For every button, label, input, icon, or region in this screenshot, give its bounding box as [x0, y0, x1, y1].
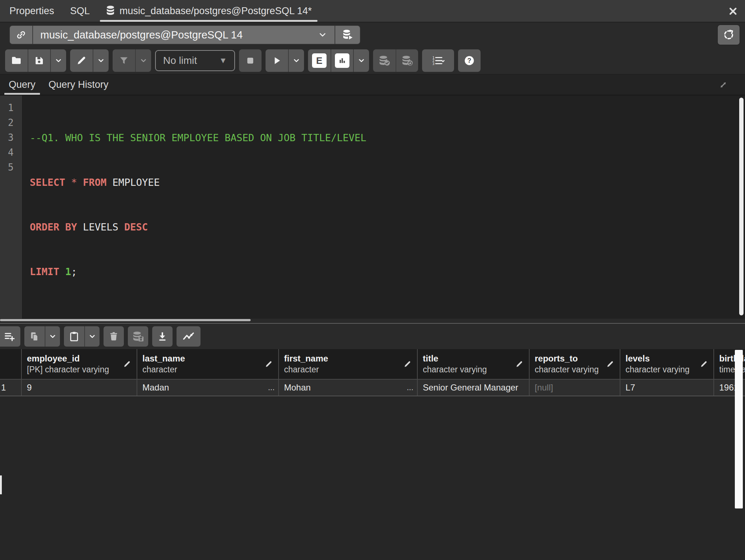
active-tab-indicator: [100, 20, 317, 22]
grid-scrollbar[interactable]: [735, 350, 743, 508]
expand-panel-icon[interactable]: [717, 78, 730, 91]
code-line: ORDER BY LEVELS DESC: [30, 220, 745, 234]
sql-comment: --Q1. WHO IS THE SENIOR EMPLOYEE BASED O…: [30, 132, 367, 143]
explain-letter-icon: E: [312, 53, 327, 68]
code-line: SELECT * FROM EMPLOYEE: [30, 175, 745, 190]
execute-menu-chevron-icon[interactable]: [288, 49, 304, 72]
rollback-button[interactable]: [396, 49, 418, 72]
stop-button[interactable]: [239, 49, 262, 72]
cell-levels[interactable]: L7: [620, 380, 714, 396]
explain-analyze-button[interactable]: [331, 49, 353, 72]
save-button[interactable]: [28, 49, 50, 72]
left-scrollbar-thumb[interactable]: [0, 475, 2, 494]
query-tool-window: Properties SQL music_database/postgres@P…: [0, 0, 745, 560]
add-row-button[interactable]: [0, 326, 20, 347]
tab-query[interactable]: Query: [4, 75, 40, 95]
cell-overflow-indicator: ...: [268, 383, 278, 392]
file-group: [5, 49, 66, 72]
row-limit-value: No limit: [163, 55, 197, 66]
tab-query-tool-label: music_database/postgres@PostgreSQL 14*: [120, 5, 312, 17]
tab-sql[interactable]: SQL: [62, 0, 98, 22]
help-group: ?: [458, 49, 481, 72]
edit-column-icon[interactable]: [515, 360, 525, 368]
column-header-last-name[interactable]: last_name character: [137, 349, 279, 379]
help-button[interactable]: ?: [458, 49, 481, 72]
grid-data-row: 1 9 Madan... Mohan... Senior General Man…: [0, 380, 745, 396]
edit-menu-chevron-icon[interactable]: [93, 49, 109, 72]
chevron-down-icon: [318, 30, 327, 40]
row-number-cell[interactable]: 1: [0, 380, 22, 396]
cell-reports-to[interactable]: [null]: [530, 380, 620, 396]
tab-sql-label: SQL: [70, 5, 90, 17]
explain-group: E: [308, 49, 369, 72]
edit-column-icon[interactable]: [123, 360, 133, 368]
macro-group: 123: [422, 49, 454, 72]
code-line: --Q1. WHO IS THE SENIOR EMPLOYEE BASED O…: [30, 130, 745, 145]
line-number: 4: [0, 145, 21, 160]
explain-analyze-chart-icon: [335, 53, 349, 68]
editor-scrollbar[interactable]: [739, 98, 744, 315]
execute-button[interactable]: [266, 49, 288, 72]
save-menu-chevron-icon[interactable]: [50, 49, 66, 72]
explain-button[interactable]: E: [308, 49, 331, 72]
editor-gutter: 1 2 3 4 5: [0, 95, 22, 319]
tab-query-label: Query: [9, 79, 36, 90]
query-toolbar: No limit ▼ E: [0, 47, 745, 75]
column-header-first-name[interactable]: first_name character: [279, 349, 418, 379]
panel-splitter[interactable]: [0, 319, 745, 323]
connection-status-icon[interactable]: [10, 26, 33, 44]
column-header-title[interactable]: title character varying: [418, 349, 530, 379]
cell-overflow-indicator: ...: [407, 383, 417, 392]
row-limit-select[interactable]: No limit ▼: [155, 50, 235, 71]
stop-group: [239, 49, 262, 72]
connection-control: music_database/postgres@PostgreSQL 14: [9, 25, 361, 45]
edit-group: [70, 49, 109, 72]
results-grid: employee_id [PK] character varying last_…: [0, 349, 745, 560]
edit-button[interactable]: [70, 49, 93, 72]
line-number: 3: [0, 130, 21, 145]
panel-tab-bar: Properties SQL music_database/postgres@P…: [0, 0, 745, 23]
filter-menu-chevron-icon[interactable]: [135, 49, 151, 72]
row-number-header[interactable]: [0, 349, 22, 379]
filter-button[interactable]: [113, 49, 135, 72]
transaction-group: [373, 49, 418, 72]
database-icon: [106, 5, 115, 16]
grid-header-row: employee_id [PK] character varying last_…: [0, 349, 745, 380]
open-file-button[interactable]: [5, 49, 28, 72]
column-header-levels[interactable]: levels character varying: [620, 349, 714, 379]
macro-button[interactable]: 123: [422, 49, 454, 72]
code-line: LIMIT 1;: [30, 264, 745, 279]
tab-properties[interactable]: Properties: [1, 0, 62, 22]
commit-button[interactable]: [373, 49, 396, 72]
svg-text:3: 3: [433, 62, 434, 66]
active-subtab-indicator: [4, 93, 40, 95]
edit-column-icon[interactable]: [403, 360, 413, 368]
filter-group: [113, 49, 151, 72]
edit-column-icon[interactable]: [264, 360, 275, 368]
cell-employee-id[interactable]: 9: [22, 380, 137, 396]
edit-column-icon[interactable]: [700, 360, 710, 368]
tab-query-history[interactable]: Query History: [44, 75, 113, 95]
cell-first-name[interactable]: Mohan...: [279, 380, 418, 396]
line-number: 5: [0, 160, 21, 175]
line-number: 1: [0, 101, 21, 115]
close-icon[interactable]: [726, 4, 740, 18]
sql-editor[interactable]: 1 2 3 4 5 --Q1. WHO IS THE SENIOR EMPLOY…: [0, 95, 745, 319]
new-connection-icon[interactable]: [335, 26, 360, 44]
tab-query-history-label: Query History: [49, 79, 109, 90]
column-header-employee-id[interactable]: employee_id [PK] character varying: [22, 349, 137, 379]
refresh-connection-icon[interactable]: [717, 24, 740, 45]
tab-properties-label: Properties: [9, 5, 54, 17]
execute-group: [266, 49, 304, 72]
edit-column-icon[interactable]: [606, 360, 616, 368]
connection-select[interactable]: music_database/postgres@PostgreSQL 14: [33, 26, 335, 44]
explain-menu-chevron-icon[interactable]: [353, 49, 369, 72]
connection-bar: music_database/postgres@PostgreSQL 14: [0, 23, 745, 47]
tab-query-tool[interactable]: music_database/postgres@PostgreSQL 14*: [98, 0, 320, 22]
select-arrow-icon: ▼: [219, 56, 227, 65]
cell-title[interactable]: Senior General Manager: [418, 380, 530, 396]
editor-code-area[interactable]: --Q1. WHO IS THE SENIOR EMPLOYEE BASED O…: [22, 95, 745, 319]
cell-last-name[interactable]: Madan...: [137, 380, 279, 396]
splitter-handle[interactable]: [0, 319, 251, 321]
column-header-reports-to[interactable]: reports_to character varying: [530, 349, 620, 379]
